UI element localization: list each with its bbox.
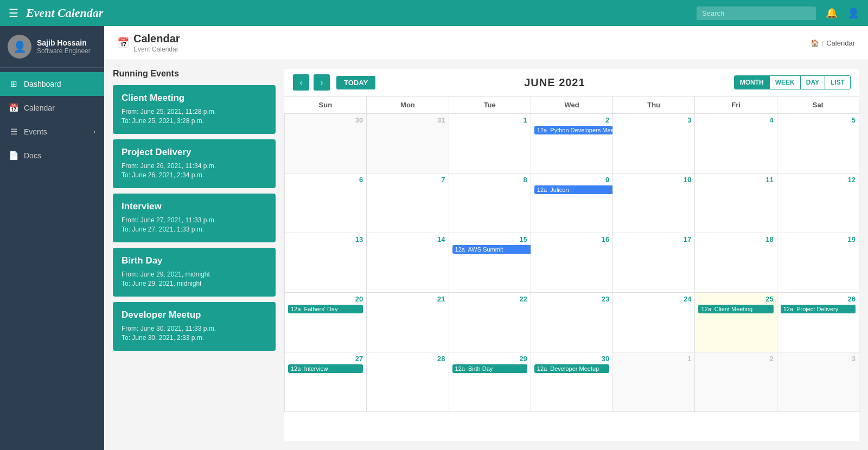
hamburger-icon[interactable]: ☰ [9, 7, 18, 20]
profile-info: Sajib Hossain Software Engineer [37, 38, 91, 55]
event-card-1[interactable]: Project Delivery From: June 26, 2021, 11… [113, 139, 276, 188]
col-mon: Mon [367, 97, 449, 114]
cal-cell[interactable]: 5 [777, 114, 859, 173]
cal-cell[interactable]: 8 [449, 173, 531, 233]
table-row: 6 7 8 9 12a Julicon 10 11 12 [285, 173, 859, 233]
event-card-2[interactable]: Interview From: June 27, 2021, 11:33 p.m… [113, 194, 276, 242]
sidebar-item-label: Calendar [24, 104, 55, 112]
breadcrumb-separator: / [822, 39, 824, 47]
view-month-button[interactable]: MONTH [735, 76, 770, 89]
page-header: 📅 Calendar Event Calendar 🏠 / Calendar [104, 26, 868, 60]
view-day-button[interactable]: DAY [801, 76, 825, 89]
calendar-event[interactable]: 12a Client Meeting [698, 305, 773, 313]
month-label: JUNE 2021 [380, 76, 730, 89]
cal-cell[interactable]: 22 [449, 293, 531, 352]
cal-cell[interactable]: 27 12a Interview [285, 352, 367, 412]
cal-cell[interactable]: 7 [367, 173, 449, 233]
cal-cell[interactable]: 29 12a Birth Day [449, 352, 531, 412]
bell-icon[interactable]: 🔔 [826, 7, 838, 19]
home-icon[interactable]: 🏠 [810, 39, 819, 47]
calendar-event[interactable]: 12a Fathers' Day [288, 305, 363, 313]
event-card-from: From: June 29, 2021, midnight [122, 271, 267, 278]
running-events-panel: Running Events Client Meeting From: June… [113, 69, 276, 441]
cal-cell[interactable]: 3 [613, 114, 695, 173]
cal-cell-today[interactable]: 25 12a Client Meeting [695, 293, 777, 352]
cal-cell[interactable]: 1 [449, 114, 531, 173]
cal-cell[interactable]: 12 [777, 173, 859, 233]
event-card-to: To: June 30, 2021, 2:33 p.m. [122, 334, 267, 342]
event-card-title: Client Meeting [122, 93, 267, 104]
table-row: 30 31 1 2 12a Python Developers Meetup 3… [285, 114, 859, 173]
cal-cell[interactable]: 31 [367, 114, 449, 173]
sidebar-profile: 👤 Sajib Hossain Software Engineer [0, 26, 104, 68]
sidebar-nav: ⊞ Dashboard 📅 Calendar ☰ Events › 📄 Docs [0, 72, 104, 168]
event-card-from: From: June 30, 2021, 11:33 p.m. [122, 325, 267, 332]
event-card-title: Birth Day [122, 255, 267, 266]
cal-cell[interactable]: 2 12a Python Developers Meetup [531, 114, 612, 173]
cal-cell[interactable]: 6 [285, 173, 367, 233]
cal-cell[interactable]: 13 [285, 233, 367, 293]
cal-cell[interactable]: 11 [695, 173, 777, 233]
cal-cell[interactable]: 24 [613, 293, 695, 352]
cal-cell[interactable]: 4 [695, 114, 777, 173]
cal-cell[interactable]: 18 [695, 233, 777, 293]
topnav-right: 🔔 👤 [697, 7, 859, 20]
cal-cell[interactable]: 2 [695, 352, 777, 412]
sidebar-item-events[interactable]: ☰ Events › [0, 120, 104, 144]
user-icon[interactable]: 👤 [847, 7, 859, 19]
cal-cell[interactable]: 20 12a Fathers' Day [285, 293, 367, 352]
col-sat: Sat [777, 97, 859, 114]
event-card-from: From: June 25, 2021, 11:28 p.m. [122, 108, 267, 115]
cal-cell[interactable]: 30 [285, 114, 367, 173]
cal-cell[interactable]: 30 12a Developer Meetup [531, 352, 612, 412]
dashboard-icon: ⊞ [9, 79, 18, 89]
today-button[interactable]: TODAY [336, 76, 375, 89]
sidebar-item-dashboard[interactable]: ⊞ Dashboard [0, 72, 104, 96]
calendar-panel: ‹ › TODAY JUNE 2021 MONTH WEEK DAY LIST [284, 69, 859, 441]
chevron-right-icon: › [93, 128, 95, 136]
cal-cell[interactable]: 16 [531, 233, 612, 293]
page-header-left: 📅 Calendar Event Calendar [117, 33, 180, 53]
calendar-event[interactable]: 12a Birth Day [452, 364, 527, 373]
calendar-event[interactable]: 12a Project Delivery [781, 305, 856, 313]
cal-cell[interactable]: 23 [531, 293, 612, 352]
calendar-event[interactable]: 12a Interview [288, 364, 363, 373]
calendar-table: Sun Mon Tue Wed Thu Fri Sat [284, 97, 859, 412]
col-thu: Thu [613, 97, 695, 114]
calendar-grid: Sun Mon Tue Wed Thu Fri Sat [284, 97, 859, 441]
calendar-icon: 📅 [9, 103, 18, 113]
docs-icon: 📄 [9, 151, 18, 160]
sidebar-item-docs[interactable]: 📄 Docs [0, 144, 104, 168]
view-week-button[interactable]: WEEK [770, 76, 801, 89]
cal-cell[interactable]: 3 [777, 352, 859, 412]
prev-button[interactable]: ‹ [293, 74, 309, 91]
next-button[interactable]: › [314, 74, 330, 91]
cal-cell[interactable]: 28 [367, 352, 449, 412]
cal-cell[interactable]: 19 [777, 233, 859, 293]
view-buttons: MONTH WEEK DAY LIST [734, 75, 851, 89]
event-card-0[interactable]: Client Meeting From: June 25, 2021, 11:2… [113, 85, 276, 134]
view-list-button[interactable]: LIST [825, 76, 850, 89]
cal-cell[interactable]: 10 [613, 173, 695, 233]
running-events-title: Running Events [113, 69, 276, 79]
calendar-event[interactable]: 12a Developer Meetup [534, 364, 609, 373]
event-card-3[interactable]: Birth Day From: June 29, 2021, midnight … [113, 248, 276, 297]
cal-cell[interactable]: 17 [613, 233, 695, 293]
cal-cell[interactable]: 9 12a Julicon [531, 173, 612, 233]
calendar-main: Running Events Client Meeting From: June… [104, 60, 868, 450]
search-input[interactable] [697, 7, 816, 20]
col-wed: Wed [531, 97, 612, 114]
cal-cell[interactable]: 21 [367, 293, 449, 352]
event-card-to: To: June 27, 2021, 1:33 p.m. [122, 226, 267, 233]
sidebar: 👤 Sajib Hossain Software Engineer ⊞ Dash… [0, 26, 104, 450]
cal-cell[interactable]: 14 [367, 233, 449, 293]
events-icon: ☰ [9, 127, 18, 137]
event-card-to: To: June 26, 2021, 2:34 p.m. [122, 171, 267, 179]
cal-cell[interactable]: 15 12a AWS Summit [449, 233, 531, 293]
sidebar-item-calendar[interactable]: 📅 Calendar [0, 96, 104, 120]
cal-cell[interactable]: 26 12a Project Delivery [777, 293, 859, 352]
content-area: 📅 Calendar Event Calendar 🏠 / Calendar R… [104, 26, 868, 450]
event-card-4[interactable]: Developer Meetup From: June 30, 2021, 11… [113, 302, 276, 351]
calendar-toolbar: ‹ › TODAY JUNE 2021 MONTH WEEK DAY LIST [284, 69, 859, 97]
cal-cell[interactable]: 1 [613, 352, 695, 412]
